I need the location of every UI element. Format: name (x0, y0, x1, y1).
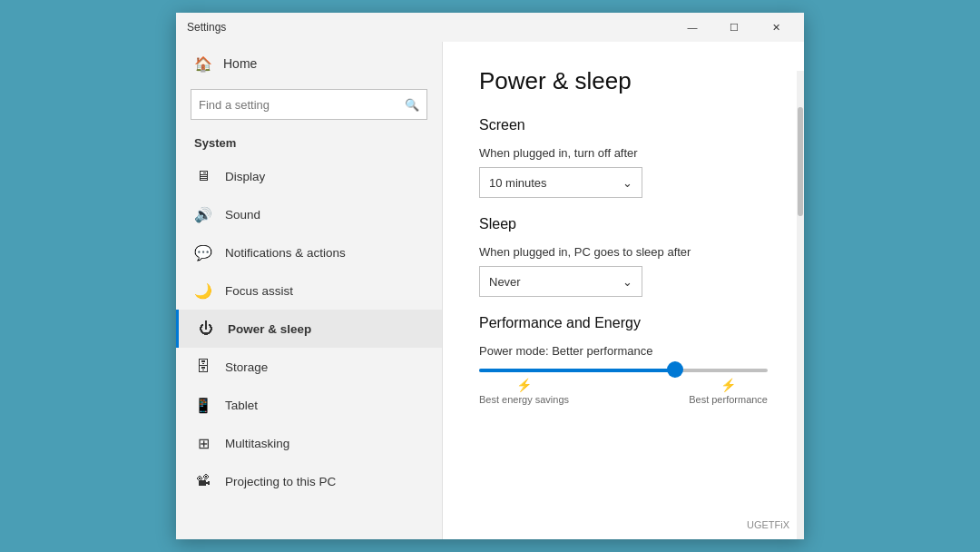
sidebar-item-storage-label: Storage (225, 360, 268, 374)
tablet-icon: 📱 (194, 396, 212, 414)
search-icon[interactable]: 🔍 (405, 98, 419, 112)
window-title: Settings (187, 21, 226, 34)
sleep-dropdown-chevron: ⌄ (622, 275, 632, 289)
sidebar-item-notifications[interactable]: 💬 Notifications & actions (176, 233, 442, 271)
sidebar-item-projecting[interactable]: 📽 Projecting to this PC (176, 462, 442, 500)
sidebar-item-tablet-label: Tablet (225, 399, 258, 412)
perf-section-title: Performance and Energy (479, 315, 768, 331)
sidebar-item-multitasking[interactable]: ⊞ Multitasking (176, 424, 442, 462)
slider-label-left: ⚡ Best energy savings (479, 378, 569, 405)
slider-label-right: ⚡ Best performance (689, 378, 768, 405)
sound-icon: 🔊 (194, 205, 212, 223)
sidebar-item-power[interactable]: ⏻ Power & sleep (176, 310, 442, 348)
watermark: UGETFiX (743, 518, 793, 532)
sidebar-item-sound[interactable]: 🔊 Sound (176, 195, 442, 233)
screen-dropdown-chevron: ⌄ (622, 176, 632, 190)
screen-dropdown[interactable]: 10 minutes ⌄ (479, 167, 642, 198)
power-slider-container[interactable] (479, 369, 768, 372)
screen-dropdown-value: 10 minutes (489, 176, 547, 190)
sleep-dropdown[interactable]: Never ⌄ (479, 266, 642, 297)
power-mode-label: Power mode: Better performance (479, 344, 768, 358)
sidebar-item-projecting-label: Projecting to this PC (225, 475, 336, 488)
close-button[interactable]: ✕ (755, 13, 797, 42)
sleep-section-title: Sleep (479, 216, 768, 232)
power-icon: ⏻ (197, 320, 215, 338)
screen-dropdown-label: When plugged in, turn off after (479, 146, 768, 160)
scrollbar-thumb[interactable] (798, 107, 803, 216)
sidebar-item-multitasking-label: Multitasking (225, 437, 289, 450)
sidebar-item-power-label: Power & sleep (228, 322, 311, 336)
page-title: Power & sleep (479, 67, 768, 95)
projecting-icon: 📽 (194, 472, 212, 490)
sidebar-item-notifications-label: Notifications & actions (225, 246, 346, 260)
perf-section: Performance and Energy Power mode: Bette… (479, 315, 768, 405)
sidebar-item-display[interactable]: 🖥 Display (176, 157, 442, 195)
search-input[interactable] (199, 98, 405, 112)
sidebar-item-storage[interactable]: 🗄 Storage (176, 348, 442, 386)
sidebar-item-focus[interactable]: 🌙 Focus assist (176, 271, 442, 310)
display-icon: 🖥 (194, 167, 212, 185)
sleep-dropdown-label: When plugged in, PC goes to sleep after (479, 245, 768, 259)
sidebar-item-focus-label: Focus assist (225, 284, 293, 298)
slider-right-label: Best performance (689, 394, 768, 405)
sidebar-item-display-label: Display (225, 170, 265, 183)
sidebar: 🏠 Home 🔍 System 🖥 Display 🔊 Sound 💬 Noti… (176, 42, 443, 539)
best-performance-icon: ⚡ (720, 378, 736, 392)
screen-section-title: Screen (479, 117, 768, 133)
sleep-dropdown-value: Never (489, 275, 521, 289)
energy-savings-icon: ⚡ (516, 378, 532, 392)
slider-thumb[interactable] (667, 361, 683, 378)
slider-filled (479, 369, 672, 372)
system-header: System (176, 131, 442, 157)
screen-section: Screen When plugged in, turn off after 1… (479, 117, 768, 198)
home-icon: 🏠 (194, 54, 212, 73)
sidebar-item-home[interactable]: 🏠 Home (176, 42, 442, 85)
notifications-icon: 💬 (194, 243, 212, 261)
slider-track (479, 369, 768, 372)
maximize-button[interactable]: ☐ (713, 13, 755, 42)
search-box[interactable]: 🔍 (191, 89, 427, 120)
sleep-section: Sleep When plugged in, PC goes to sleep … (479, 216, 768, 297)
sidebar-home-label: Home (223, 56, 257, 71)
multitasking-icon: ⊞ (194, 434, 212, 452)
scrollbar[interactable] (797, 71, 804, 539)
main-content: Power & sleep Screen When plugged in, tu… (443, 42, 804, 539)
minimize-button[interactable]: — (671, 13, 713, 42)
slider-left-label: Best energy savings (479, 394, 569, 405)
sidebar-item-sound-label: Sound (225, 208, 260, 222)
slider-labels: ⚡ Best energy savings ⚡ Best performance (479, 378, 768, 405)
storage-icon: 🗄 (194, 358, 212, 376)
sidebar-item-tablet[interactable]: 📱 Tablet (176, 386, 442, 424)
focus-icon: 🌙 (194, 281, 212, 300)
